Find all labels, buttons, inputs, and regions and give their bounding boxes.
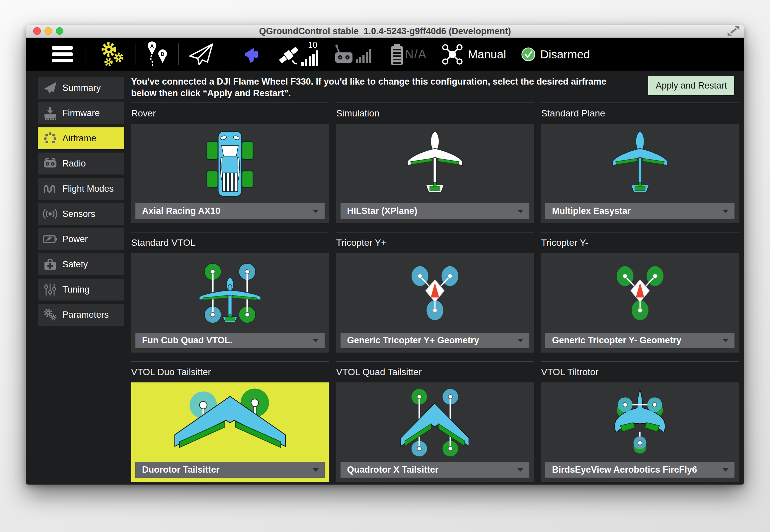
plane-illustration bbox=[336, 126, 534, 202]
quadplane-illustration bbox=[131, 255, 329, 331]
svg-text:A: A bbox=[150, 43, 154, 49]
toolbar-divider bbox=[86, 43, 86, 65]
airframe-select-value: Fun Cub Quad VTOL. bbox=[135, 335, 232, 346]
airframe-category-label: Simulation bbox=[336, 108, 534, 119]
airframe-select-value: BirdsEyeView Aerobotics FireFly6 bbox=[545, 465, 697, 475]
toolbar: A B bbox=[26, 38, 744, 71]
airframe-select[interactable]: BirdsEyeView Aerobotics FireFly6 bbox=[545, 462, 735, 478]
sidebar-item-label: Radio bbox=[62, 159, 86, 169]
airframe-setup-main: You've connected a DJI Flame Wheel F330.… bbox=[131, 71, 739, 485]
section-divider bbox=[541, 361, 739, 362]
airframe-card[interactable]: Axial Racing AX10 bbox=[131, 124, 329, 223]
sidebar-item-flight-modes[interactable]: Flight Modes bbox=[38, 178, 124, 200]
section-divider bbox=[131, 102, 329, 103]
sidebar-item-power[interactable]: Power bbox=[38, 228, 124, 250]
first-aid-kit-icon bbox=[38, 257, 62, 272]
airframe-select[interactable]: Generic Tricopter Y+ Geometry bbox=[340, 333, 530, 348]
setup-view: Summary Firm bbox=[26, 71, 744, 485]
section-divider bbox=[131, 361, 329, 362]
airframe-card[interactable]: BirdsEyeView Aerobotics FireFly6 bbox=[541, 382, 739, 482]
airframe-cell-vtol-quad-tailsitter: VTOL Quad Tailsitter bbox=[336, 361, 534, 482]
wave-icon bbox=[38, 181, 62, 196]
sidebar-item-label: Power bbox=[62, 234, 88, 244]
titlebar: QGroundControl stable_1.0.4-5243-g9ff40d… bbox=[26, 25, 744, 38]
spinner-dots-icon bbox=[38, 131, 62, 146]
dropdown-arrow-icon bbox=[723, 210, 729, 213]
apply-and-restart-button[interactable]: Apply and Restart bbox=[648, 76, 734, 95]
airframe-select[interactable]: Duorotor Tailsitter bbox=[135, 462, 324, 478]
sidebar-item-airframe[interactable]: Airframe bbox=[38, 127, 124, 149]
rc-signal-icon[interactable] bbox=[335, 43, 374, 65]
dropdown-arrow-icon bbox=[313, 339, 318, 342]
airframe-cell-rover: Rover bbox=[131, 102, 329, 223]
airframe-select[interactable]: Axial Racing AX10 bbox=[135, 203, 324, 219]
sidebar-item-firmware[interactable]: Firmware bbox=[38, 102, 124, 124]
toolbar-divider bbox=[226, 43, 226, 65]
airframe-grid: Rover bbox=[131, 102, 739, 482]
arm-status-indicator[interactable]: Disarmed bbox=[540, 48, 590, 61]
armed-check-icon[interactable] bbox=[521, 47, 536, 62]
tricopter-illustration bbox=[541, 255, 739, 331]
gears-icon bbox=[38, 307, 62, 322]
sidebar-item-label: Tuning bbox=[62, 285, 90, 295]
firmware-download-icon bbox=[38, 106, 62, 120]
airframe-select-value: Generic Tricopter Y- Geometry bbox=[545, 335, 681, 346]
toolbar-divider bbox=[135, 43, 135, 65]
airframe-cell-vtol-tiltrotor: VTOL Tiltrotor bbox=[541, 361, 739, 482]
airframe-cell-vtol-duo-tailsitter: VTOL Duo Tailsitter bbox=[131, 361, 329, 482]
sidebar-item-radio[interactable]: Radio bbox=[38, 153, 124, 174]
airframe-select-value: HILStar (XPlane) bbox=[340, 206, 418, 216]
setup-gears-icon[interactable] bbox=[98, 41, 126, 68]
sidebar-item-sensors[interactable]: Sensors bbox=[38, 203, 124, 225]
fullscreen-icon[interactable] bbox=[728, 26, 739, 37]
sidebar-item-label: Airframe bbox=[62, 133, 96, 144]
hamburger-menu-icon[interactable] bbox=[52, 46, 73, 63]
airframe-cell-tricopter-yminus: Tricopter Y- bbox=[541, 232, 739, 353]
sidebar-item-label: Safety bbox=[62, 259, 88, 270]
airframe-card[interactable]: Generic Tricopter Y- Geometry bbox=[541, 253, 739, 353]
airframe-select[interactable]: HILStar (XPlane) bbox=[340, 203, 530, 219]
plane-illustration bbox=[541, 126, 739, 202]
battery-icon[interactable] bbox=[390, 44, 404, 65]
airframe-message-line2: below then click “Apply and Restart”. bbox=[131, 88, 652, 99]
airframe-select[interactable]: Quadrotor X Tailsitter bbox=[340, 462, 530, 478]
gps-satellite-icon[interactable]: 10 bbox=[277, 42, 321, 67]
airframe-category-label: VTOL Tiltrotor bbox=[541, 367, 739, 377]
sliders-icon bbox=[38, 282, 62, 297]
airframe-category-label: Tricopter Y- bbox=[541, 237, 739, 248]
messages-megaphone-icon[interactable] bbox=[244, 45, 261, 64]
airframe-cell-standard-vtol: Standard VTOL bbox=[131, 232, 329, 353]
sidebar-item-safety[interactable]: Safety bbox=[38, 253, 124, 275]
dropdown-arrow-icon bbox=[518, 210, 524, 213]
airframe-message-line1: You've connected a DJI Flame Wheel F330.… bbox=[131, 76, 652, 88]
airframe-select-value: Generic Tricopter Y+ Geometry bbox=[340, 335, 479, 346]
dropdown-arrow-icon bbox=[723, 339, 729, 342]
airframe-select[interactable]: Fun Cub Quad VTOL. bbox=[135, 333, 324, 348]
section-divider bbox=[131, 232, 329, 233]
paper-plane-icon bbox=[38, 81, 62, 95]
airframe-category-label: Standard Plane bbox=[541, 108, 739, 119]
plan-waypoints-icon[interactable]: A B bbox=[145, 40, 170, 68]
toolbar-divider bbox=[178, 43, 178, 65]
airframe-card[interactable]: Quadrotor X Tailsitter bbox=[336, 382, 534, 482]
airframe-category-label: VTOL Quad Tailsitter bbox=[336, 367, 534, 377]
section-divider bbox=[541, 232, 739, 233]
sidebar-item-tuning[interactable]: Tuning bbox=[38, 279, 124, 300]
sidebar-item-summary[interactable]: Summary bbox=[38, 77, 124, 99]
svg-text:B: B bbox=[161, 51, 165, 57]
tailsitter-illustration bbox=[131, 384, 329, 461]
airframe-card[interactable]: Duorotor Tailsitter bbox=[131, 382, 329, 482]
airframe-select-value: Quadrotor X Tailsitter bbox=[340, 465, 439, 475]
airframe-select[interactable]: Generic Tricopter Y- Geometry bbox=[545, 333, 735, 348]
airframe-card[interactable]: HILStar (XPlane) bbox=[336, 124, 534, 223]
airframe-card[interactable]: Generic Tricopter Y+ Geometry bbox=[336, 253, 534, 353]
airframe-select[interactable]: Multiplex Easystar bbox=[545, 203, 735, 219]
sidebar-item-parameters[interactable]: Parameters bbox=[38, 304, 124, 326]
section-divider bbox=[336, 102, 534, 103]
flight-mode-indicator[interactable]: Manual bbox=[468, 48, 506, 61]
fly-paper-plane-icon[interactable] bbox=[188, 42, 214, 66]
airframe-card[interactable]: Fun Cub Quad VTOL. bbox=[131, 253, 329, 353]
airframe-card[interactable]: Multiplex Easystar bbox=[541, 124, 739, 223]
multirotor-icon[interactable] bbox=[442, 44, 463, 65]
battery-status[interactable]: N/A bbox=[405, 47, 427, 61]
